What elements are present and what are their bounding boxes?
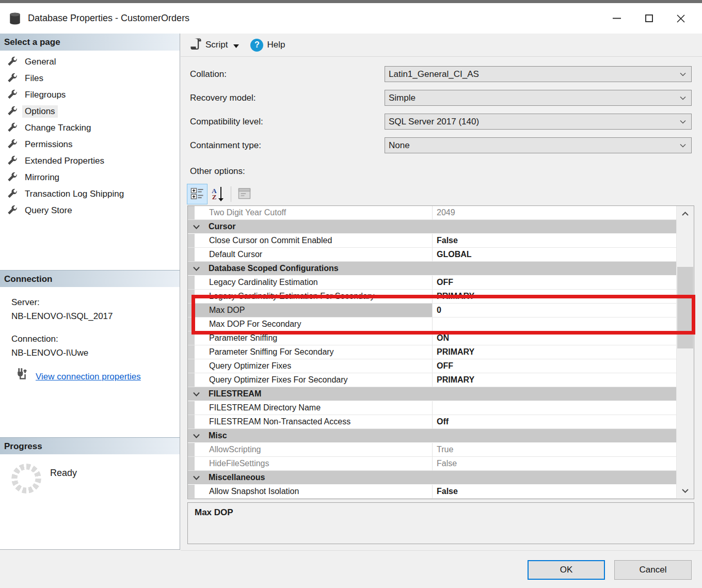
sidebar-item-filegroups[interactable]: Filegroups [0,87,180,103]
property-name: FILESTREAM Directory Name [195,401,433,415]
category-name: Database Scoped Configurations [209,264,339,273]
property-name: Legacy Cardinality Estimation For Second… [195,290,433,303]
sidebar-item-mirroring[interactable]: Mirroring [0,169,180,186]
property-value[interactable]: OFF [433,278,677,287]
dropdown-collation[interactable]: Latin1_General_CI_AS [385,66,692,82]
sidebar-item-options[interactable]: Options [0,103,180,120]
dropdown-value: None [385,140,680,151]
dropdown-compatibility-level[interactable]: SQL Server 2017 (140) [385,114,692,130]
row-gutter [188,304,195,317]
grid-category-cursor[interactable]: Cursor [188,220,677,234]
help-icon: ? [250,39,263,52]
grid-row-two-digit-year-cutoff[interactable]: Two Digit Year Cutoff 2049 [188,206,677,220]
row-gutter [188,457,195,470]
property-value[interactable]: GLOBAL [433,250,677,259]
sidebar-item-files[interactable]: Files [0,70,180,87]
sidebar-page-label: Options [22,105,58,118]
property-pages-button-disabled [234,184,254,204]
help-label: Help [267,40,285,50]
property-value[interactable]: PRIMARY [433,292,677,301]
property-value[interactable]: False [433,487,677,496]
row-gutter [188,206,195,219]
cancel-button[interactable]: Cancel [614,560,692,580]
grid-row-parameter-sniffing[interactable]: Parameter Sniffing ON [188,331,677,345]
minimize-button[interactable] [601,3,633,34]
view-connection-properties-link[interactable]: View connection properties [36,370,141,384]
grid-category-database-scoped-configurations[interactable]: Database Scoped Configurations [188,262,677,276]
database-properties-dialog: Database Properties - CustomerOrders Sel… [0,0,702,588]
property-value[interactable]: OFF [433,361,677,371]
property-value[interactable]: False [433,459,677,468]
field-label: Collation: [190,66,227,82]
progress-header: Progress [0,437,180,454]
grid-row-max-dop-for-secondary[interactable]: Max DOP For Secondary [188,317,677,331]
sidebar-item-change-tracking[interactable]: Change Tracking [0,120,180,136]
ok-button[interactable]: OK [528,560,605,580]
title-bar: Database Properties - CustomerOrders [0,3,702,34]
row-gutter [188,359,195,373]
grid-row-max-dop[interactable]: Max DOP 0 [188,304,677,317]
grid-category-filestream[interactable]: FILESTREAM [188,387,677,401]
scroll-up-button[interactable] [677,206,694,221]
sidebar-item-transaction-log-shipping[interactable]: Transaction Log Shipping [0,186,180,202]
property-name: AllowScripting [195,443,433,456]
grid-row-filestream-directory-name[interactable]: FILESTREAM Directory Name [188,401,677,415]
grid-row-legacy-cardinality-estimation[interactable]: Legacy Cardinality Estimation OFF [188,276,677,290]
categorized-view-button[interactable] [187,184,208,204]
row-gutter [188,290,195,303]
sidebar-page-label: Change Tracking [22,122,94,134]
other-options-label: Other options: [190,166,245,177]
progress-spinner-icon [11,464,41,494]
property-name: FILESTREAM Non-Transacted Access [195,415,433,428]
grid-row-close-cursor-on-commit-enabled[interactable]: Close Cursor on Commit Enabled False [188,234,677,248]
property-pages-icon [238,188,251,201]
grid-row-allow-snapshot-isolation[interactable]: Allow Snapshot Isolation False [188,485,677,499]
grid-row-query-optimizer-fixes[interactable]: Query Optimizer Fixes OFF [188,359,677,373]
window-controls [601,3,697,34]
grid-category-misc[interactable]: Misc [188,429,677,443]
script-button[interactable]: Script [187,37,247,53]
property-value[interactable]: Off [433,417,677,426]
sidebar-page-label: Files [22,72,46,85]
scroll-down-button[interactable] [677,483,694,499]
grid-row-parameter-sniffing-for-secondary[interactable]: Parameter Sniffing For Secondary PRIMARY [188,345,677,359]
dropdown-recovery-model[interactable]: Simple [385,90,692,106]
grid-row-filestream-non-transacted-access[interactable]: FILESTREAM Non-Transacted Access Off [188,415,677,429]
grid-category-miscellaneous[interactable]: Miscellaneous [188,471,677,485]
property-value[interactable]: ON [433,333,677,343]
property-name: Allow Snapshot Isolation [195,485,433,498]
maximize-button[interactable] [633,3,665,34]
grid-row-allowscripting[interactable]: AllowScripting True [188,443,677,457]
property-grid-rows: Two Digit Year Cutoff 2049 Cursor Close … [188,206,677,499]
property-value[interactable]: PRIMARY [433,375,677,385]
grid-row-default-cursor[interactable]: Default Cursor GLOBAL [188,248,677,262]
property-value[interactable]: PRIMARY [433,347,677,357]
wrench-icon [7,188,18,200]
property-value[interactable]: True [433,445,677,454]
connection-section: Connection Server: NB-LENOVO-I\SQL_2017 … [0,270,180,385]
grid-row-legacy-cardinality-estimation-for-secondary[interactable]: Legacy Cardinality Estimation For Second… [188,290,677,304]
sidebar-item-extended-properties[interactable]: Extended Properties [0,153,180,169]
category-name: Miscellaneous [209,473,265,482]
dropdown-value: Latin1_General_CI_AS [385,69,680,80]
scrollbar-thumb[interactable] [677,267,693,348]
alphabetical-sort-icon: AZ [212,187,224,201]
property-value[interactable]: 2049 [433,208,677,217]
property-value[interactable]: False [433,236,677,245]
alphabetical-sort-button[interactable]: AZ [208,184,228,204]
help-button[interactable]: ? Help [247,38,288,52]
wrench-icon [7,72,18,85]
sidebar-item-general[interactable]: General [0,54,180,70]
property-grid: Two Digit Year Cutoff 2049 Cursor Close … [187,205,694,499]
close-button[interactable] [665,3,697,34]
grid-row-query-optimizer-fixes-for-secondary[interactable]: Query Optimizer Fixes For Secondary PRIM… [188,373,677,387]
vertical-scrollbar[interactable] [676,206,694,499]
grid-row-hidefilesettings[interactable]: HideFileSettings False [188,457,677,471]
category-name: FILESTREAM [209,389,261,399]
dropdown-containment-type[interactable]: None [385,137,692,153]
sidebar-item-permissions[interactable]: Permissions [0,136,180,153]
sidebar-item-query-store[interactable]: Query Store [0,202,180,219]
toolbar-separator [231,186,231,202]
property-value[interactable]: 0 [433,306,677,315]
chevron-down-icon [680,72,691,76]
